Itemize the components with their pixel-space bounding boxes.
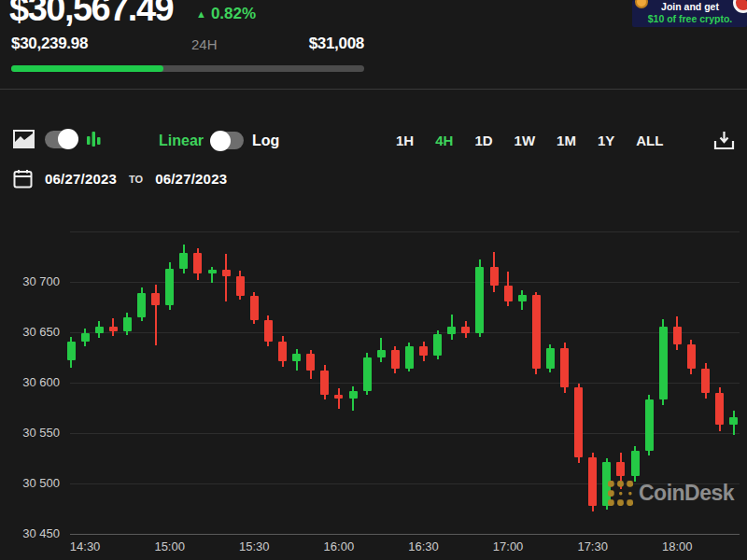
- download-icon: [712, 130, 736, 151]
- candle-17:00[interactable]: [504, 286, 513, 301]
- candle-14:40[interactable]: [109, 327, 118, 331]
- log-label[interactable]: Log: [252, 133, 279, 149]
- range-buttons: 1H4H1D1W1M1YALL: [396, 133, 663, 148]
- candle-16:20[interactable]: [391, 350, 400, 368]
- promo-text: Join and get $10 of free crypto.: [645, 1, 735, 25]
- candle-15:45[interactable]: [292, 354, 301, 362]
- coindesk-btc-price-page: $30,567.49 ▲ 0.82% Join and get $10 of f…: [0, 0, 747, 560]
- range-button-1m[interactable]: 1M: [557, 133, 576, 148]
- candle-16:15[interactable]: [377, 350, 386, 357]
- promo-banner[interactable]: Join and get $10 of free crypto.: [632, 0, 747, 27]
- coindesk-watermark: CoinDesk: [608, 481, 734, 506]
- range-progress-fill: [11, 65, 163, 72]
- scale-toggle-group: Linear Log: [159, 132, 279, 149]
- y-tick-label: 30 550: [0, 426, 60, 440]
- candle-15:10[interactable]: [193, 253, 202, 274]
- candle-15:15[interactable]: [208, 270, 217, 273]
- gridline-30750: [70, 231, 740, 232]
- watermark-text: CoinDesk: [639, 481, 734, 506]
- candle-17:40[interactable]: [616, 462, 625, 476]
- chart-style-toggle-group: [13, 130, 101, 148]
- candle-17:15[interactable]: [546, 348, 555, 369]
- candle-16:40[interactable]: [447, 327, 456, 335]
- candle-14:50[interactable]: [137, 293, 146, 317]
- candle-15:30[interactable]: [250, 296, 259, 320]
- candle-18:00[interactable]: [673, 327, 682, 344]
- chart-style-toggle[interactable]: [45, 131, 77, 148]
- date-range-row: 06/27/2023 TO 06/27/2023: [13, 169, 227, 189]
- candlestick-icon[interactable]: [87, 131, 101, 148]
- candle-17:05[interactable]: [518, 295, 527, 301]
- candle-17:20[interactable]: [560, 348, 569, 387]
- range-button-1w[interactable]: 1W: [514, 133, 536, 148]
- candle-16:30[interactable]: [419, 346, 428, 356]
- range-low-price: $30,239.98: [11, 35, 88, 53]
- candle-16:05[interactable]: [349, 391, 358, 399]
- y-tick-label: 30 700: [0, 274, 60, 288]
- promo-line1: Join and get: [645, 1, 735, 13]
- header-divider: [0, 89, 747, 90]
- calendar-icon[interactable]: [13, 169, 33, 189]
- gridline-30550: [70, 433, 740, 434]
- candle-17:55[interactable]: [659, 327, 668, 400]
- range-high-price: $31,008: [309, 35, 364, 53]
- date-separator: TO: [129, 174, 143, 185]
- x-tick-label: 17:00: [487, 539, 529, 553]
- candle-17:10[interactable]: [532, 295, 541, 369]
- candle-15:20[interactable]: [222, 270, 231, 275]
- gridline-30650: [70, 332, 740, 333]
- candle-15:00[interactable]: [165, 269, 174, 305]
- x-tick-label: 16:00: [318, 539, 359, 553]
- candle-14:45[interactable]: [123, 317, 132, 331]
- date-from-input[interactable]: 06/27/2023: [45, 171, 117, 187]
- scale-toggle[interactable]: [212, 132, 244, 149]
- candle-15:05[interactable]: [179, 253, 188, 269]
- candle-15:35[interactable]: [264, 320, 273, 342]
- candle-14:55[interactable]: [151, 293, 160, 305]
- toggle-knob: [210, 131, 231, 151]
- range-button-1h[interactable]: 1H: [396, 133, 414, 148]
- candle-14:35[interactable]: [95, 327, 104, 334]
- linear-label[interactable]: Linear: [159, 133, 204, 149]
- range-button-4h[interactable]: 4H: [435, 133, 453, 148]
- promo-logo-icon: [733, 0, 747, 13]
- candle-16:25[interactable]: [405, 346, 414, 369]
- y-tick-label: 30 450: [0, 526, 60, 540]
- candle-wick: [225, 254, 227, 301]
- candle-16:50[interactable]: [475, 267, 484, 333]
- candle-18:10[interactable]: [701, 369, 710, 393]
- x-tick-label: 16:30: [403, 539, 444, 553]
- candle-16:55[interactable]: [490, 267, 499, 287]
- candle-17:25[interactable]: [574, 387, 583, 457]
- candle-14:25[interactable]: [67, 342, 76, 361]
- candle-18:20[interactable]: [729, 417, 738, 426]
- date-to-input[interactable]: 06/27/2023: [155, 171, 227, 187]
- candle-15:40[interactable]: [278, 342, 287, 362]
- candle-17:30[interactable]: [588, 457, 597, 506]
- price-change: ▲ 0.82%: [196, 5, 256, 23]
- range-button-all[interactable]: ALL: [636, 133, 663, 148]
- candle-14:30[interactable]: [81, 333, 90, 342]
- download-button[interactable]: [712, 130, 736, 155]
- candle-18:05[interactable]: [687, 344, 696, 369]
- candle-15:55[interactable]: [320, 371, 329, 395]
- candle-17:50[interactable]: [645, 399, 654, 451]
- range-button-1y[interactable]: 1Y: [598, 133, 614, 148]
- current-price: $30,567.49: [9, 0, 173, 26]
- candle-17:45[interactable]: [631, 451, 640, 476]
- gridline-30450: [70, 534, 740, 535]
- candle-18:15[interactable]: [715, 393, 724, 426]
- candle-15:25[interactable]: [236, 276, 245, 297]
- y-tick-label: 30 650: [0, 325, 60, 339]
- x-tick-label: 15:00: [149, 539, 190, 553]
- candle-16:10[interactable]: [363, 357, 372, 391]
- x-tick-label: 17:30: [572, 539, 613, 553]
- candle-16:35[interactable]: [433, 334, 442, 356]
- candle-16:00[interactable]: [334, 395, 343, 399]
- range-button-1d[interactable]: 1D: [474, 133, 492, 148]
- area-chart-icon[interactable]: [13, 130, 35, 148]
- range-progress-bar: [11, 65, 364, 72]
- y-tick-label: 30 500: [0, 476, 60, 490]
- candle-15:50[interactable]: [306, 354, 315, 371]
- candle-16:45[interactable]: [461, 327, 470, 334]
